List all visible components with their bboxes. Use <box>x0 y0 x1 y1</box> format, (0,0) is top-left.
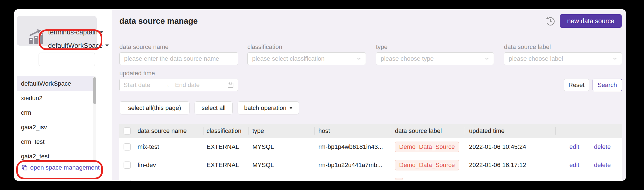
workspace-name: defaultWorkSpace <box>48 42 103 50</box>
column-divider <box>314 127 315 135</box>
filter-type-label: type <box>376 43 388 51</box>
col-header-host: host <box>318 124 330 138</box>
page-title: data source manage <box>119 17 198 26</box>
workspace-list-item[interactable]: crm_test <box>17 135 94 149</box>
main-content: data source manage new data source data … <box>112 9 626 181</box>
table-header: data source name classification type hos… <box>119 124 622 138</box>
workspace-selector[interactable]: defaultWorkSpace <box>48 42 109 50</box>
filter-updated-time-label: updated time <box>119 70 155 77</box>
calendar-icon <box>227 82 234 88</box>
bar-chart-logo-icon <box>29 29 45 44</box>
workspace-list: defaultWorkSpace xiedun2 crm gaia2_isv c… <box>17 76 94 164</box>
select-all-this-page-button[interactable]: select all(this page) <box>120 101 190 114</box>
label-select[interactable]: please choose label <box>504 52 622 65</box>
data-source-label-chip <box>395 178 403 181</box>
tenant-selector[interactable]: terminus-captain <box>48 28 103 36</box>
cell-host: rm-bp1u22u441a7mb... <box>318 156 382 174</box>
edit-link[interactable]: edit <box>569 138 579 156</box>
type-select[interactable]: please choose type <box>376 52 494 65</box>
cell-host: rm-bp1p4wb6181in43... <box>318 138 383 156</box>
type-placeholder: please choose type <box>381 55 485 62</box>
col-header-label: data source label <box>395 124 442 138</box>
delete-link[interactable]: delete <box>594 138 611 156</box>
classification-placeholder: please select classification <box>252 55 357 62</box>
cell-updated-time: 2022-01-06 10:45:24 <box>469 138 526 156</box>
workspace-search-input[interactable] <box>39 53 95 66</box>
select-all-checkbox[interactable] <box>124 127 131 135</box>
chevron-down-icon <box>105 44 109 47</box>
cell-name: fin-dev <box>138 156 156 174</box>
workspace-list-item[interactable]: defaultWorkSpace <box>17 76 94 91</box>
column-divider <box>555 127 556 135</box>
data-source-label-chip: Demo_Data_Source <box>395 142 459 152</box>
row-checkbox[interactable] <box>124 180 131 181</box>
cell-classification: EXTERNAL <box>207 156 239 174</box>
open-space-management-label: open space management <box>30 164 100 171</box>
app-window: terminus-captain defaultWorkSpace defaul… <box>14 9 626 181</box>
column-divider <box>391 127 391 135</box>
chevron-down-icon <box>357 57 361 61</box>
data-source-label-chip: Demo_Data_Source <box>395 160 459 170</box>
cell-type: MYSQL <box>252 156 274 174</box>
end-date-placeholder: End date <box>175 81 224 89</box>
col-header-name: data source name <box>138 124 187 138</box>
col-header-updated: updated time <box>469 124 505 138</box>
table-row-partial <box>119 174 622 181</box>
column-divider <box>203 127 203 135</box>
filter-label-label: data source label <box>504 43 551 51</box>
arrow-right-icon: → <box>162 81 172 89</box>
batch-operation-label: batch operation <box>244 104 287 112</box>
cell-classification: EXTERNAL <box>207 138 239 156</box>
reset-button[interactable]: Reset <box>564 79 589 91</box>
delete-link[interactable]: delete <box>594 156 611 174</box>
col-header-classification: classification <box>207 124 242 138</box>
col-header-type: type <box>252 124 264 138</box>
column-divider <box>248 127 249 135</box>
label-placeholder: please choose label <box>509 55 613 62</box>
screen: terminus-captain defaultWorkSpace defaul… <box>0 0 644 190</box>
start-date-placeholder: Start date <box>124 81 159 89</box>
cell-name: mix-test <box>138 138 159 156</box>
chevron-down-icon <box>485 57 489 61</box>
updated-time-range-picker[interactable]: Start date → End date <box>119 79 238 91</box>
tenant-name: terminus-captain <box>48 28 98 36</box>
new-data-source-button[interactable]: new data source <box>560 14 622 28</box>
history-icon[interactable] <box>545 15 556 27</box>
scrollbar-track <box>93 76 96 163</box>
row-checkbox[interactable] <box>124 143 131 151</box>
search-button[interactable]: Search <box>593 79 622 91</box>
workspace-list-item[interactable]: gaia2_test <box>17 149 94 164</box>
cell-updated-time: 2022-01-06 16:17:12 <box>469 156 526 174</box>
classification-select[interactable]: please select classification <box>247 52 366 65</box>
table-row: fin-dev EXTERNAL MYSQL rm-bp1u22u441a7mb… <box>119 156 622 174</box>
scrollbar-thumb[interactable] <box>93 77 96 104</box>
select-all-button[interactable]: select all <box>195 101 233 114</box>
data-source-name-input[interactable] <box>119 52 238 65</box>
filter-name-label: data source name <box>119 43 169 51</box>
edit-link[interactable]: edit <box>569 156 579 174</box>
workspace-list-item[interactable]: crm <box>17 105 94 120</box>
caret-down-icon <box>289 107 293 109</box>
workspace-switcher[interactable]: terminus-captain defaultWorkSpace <box>17 16 97 46</box>
chevron-down-icon <box>613 57 617 61</box>
filter-classification-label: classification <box>247 43 282 51</box>
data-source-table: data source name classification type hos… <box>119 124 622 181</box>
workspace-list-item[interactable]: xiedun2 <box>17 91 94 105</box>
open-space-management-link[interactable]: open space management <box>22 164 100 171</box>
batch-operation-button[interactable]: batch operation <box>238 101 299 114</box>
overlap-squares-icon <box>22 165 27 170</box>
row-checkbox[interactable] <box>124 161 131 169</box>
column-divider <box>464 127 464 135</box>
table-row: mix-test EXTERNAL MYSQL rm-bp1p4wb6181in… <box>119 138 622 156</box>
cell-type: MYSQL <box>252 138 274 156</box>
workspace-list-item[interactable]: gaia2_isv <box>17 120 94 135</box>
sidebar: terminus-captain defaultWorkSpace defaul… <box>14 9 112 181</box>
chevron-down-icon <box>100 31 103 33</box>
